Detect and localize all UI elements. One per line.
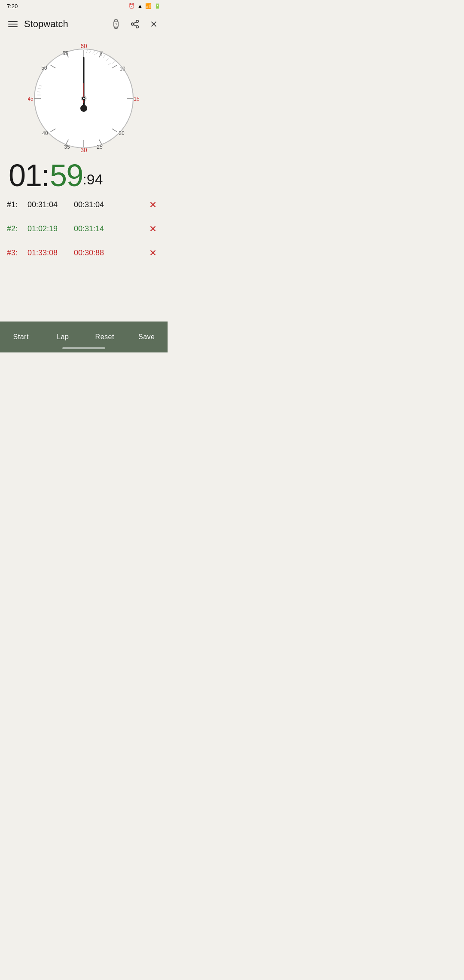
digital-seconds: 59 [50, 160, 82, 191]
digital-display: 01 : 59 : 94 [0, 156, 168, 193]
svg-text:30: 30 [80, 147, 87, 152]
lap-number: #3: [7, 248, 24, 257]
svg-text:20: 20 [119, 130, 125, 136]
table-row: #3: 01:33:08 00:30:88 [7, 241, 161, 265]
stopwatch-face: 60 5 10 15 20 25 30 35 40 45 50 55 [28, 40, 140, 152]
status-icons: ⏰ ▲ 📶 🔋 [128, 3, 161, 9]
save-button[interactable]: Save [126, 322, 168, 352]
lap-delete-button[interactable] [145, 197, 161, 212]
svg-rect-4 [115, 27, 117, 28]
svg-point-52 [80, 105, 87, 112]
lap-split-time: 00:31:14 [74, 224, 142, 233]
lap-total-time: 00:31:04 [27, 200, 70, 209]
spacer [0, 293, 168, 322]
svg-line-8 [134, 24, 136, 26]
svg-point-7 [136, 26, 139, 28]
lap-delete-button[interactable] [145, 245, 161, 260]
svg-point-6 [131, 23, 134, 25]
table-row: #2: 01:02:19 00:31:14 [7, 217, 161, 241]
share-icon [130, 19, 140, 29]
watch-button[interactable] [107, 15, 125, 33]
close-button[interactable] [145, 15, 162, 33]
menu-icon [8, 21, 18, 27]
table-row: #1: 00:31:04 00:31:04 [7, 193, 161, 217]
delete-icon [148, 248, 158, 257]
menu-button[interactable] [5, 16, 21, 32]
digital-minutes: 01 [9, 160, 41, 191]
svg-text:25: 25 [97, 144, 103, 150]
lap-total-time: 01:02:19 [27, 224, 70, 233]
status-bar: 7:20 ⏰ ▲ 📶 🔋 [0, 0, 168, 12]
lap-number: #1: [7, 200, 24, 209]
svg-text:60: 60 [80, 43, 87, 49]
digital-centiseconds: 94 [87, 172, 103, 191]
lap-delete-button[interactable] [145, 221, 161, 236]
svg-text:40: 40 [42, 130, 48, 136]
delete-icon [148, 224, 158, 233]
signal-icon: 📶 [145, 3, 152, 9]
svg-point-56 [83, 98, 85, 99]
digital-colon-1: : [41, 160, 50, 191]
svg-text:45: 45 [28, 96, 34, 102]
wifi-icon: ▲ [137, 3, 143, 9]
nav-indicator [62, 347, 105, 349]
bottom-bar: Start Lap Reset Save [0, 322, 168, 352]
svg-rect-3 [115, 20, 117, 21]
lap-split-time: 00:30:88 [74, 248, 142, 257]
svg-text:55: 55 [62, 50, 68, 56]
svg-point-5 [136, 20, 139, 23]
alarm-icon: ⏰ [128, 3, 135, 9]
watch-icon [111, 19, 121, 29]
svg-text:35: 35 [64, 144, 70, 150]
lap-number: #2: [7, 224, 24, 233]
delete-icon [148, 200, 158, 209]
start-button[interactable]: Start [0, 322, 42, 352]
clock-face-container: 60 5 10 15 20 25 30 35 40 45 50 55 [0, 36, 168, 156]
lap-total-time: 01:33:08 [27, 248, 70, 257]
lap-list: #1: 00:31:04 00:31:04 #2: 01:02:19 00:31… [0, 193, 168, 293]
status-time: 7:20 [7, 3, 18, 9]
share-button[interactable] [126, 15, 143, 33]
lap-split-time: 00:31:04 [74, 200, 142, 209]
svg-text:50: 50 [41, 65, 47, 71]
svg-text:10: 10 [119, 66, 125, 72]
top-bar-actions [107, 15, 162, 33]
page-title: Stopwatch [24, 18, 107, 30]
top-bar: Stopwatch [0, 12, 168, 36]
svg-text:15: 15 [134, 96, 140, 102]
digital-colon-2: : [82, 172, 86, 191]
battery-icon: 🔋 [154, 3, 161, 9]
close-icon [149, 19, 159, 29]
svg-text:5: 5 [100, 51, 103, 57]
svg-line-9 [134, 22, 136, 24]
